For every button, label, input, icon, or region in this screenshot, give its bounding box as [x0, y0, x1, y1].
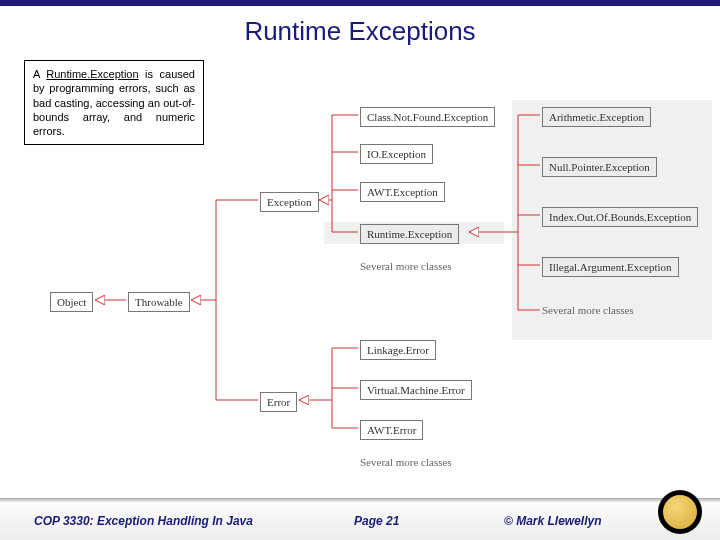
node-linkageerror: Linkage.Error: [360, 340, 436, 360]
ucf-logo: [658, 490, 702, 534]
footer-page: Page 21: [354, 514, 504, 528]
node-arithmetic: Arithmetic.Exception: [542, 107, 651, 127]
node-classnotfound: Class.Not.Found.Exception: [360, 107, 495, 127]
node-vmerror: Virtual.Machine.Error: [360, 380, 472, 400]
node-illegalarg: Illegal.Argument.Exception: [542, 257, 679, 277]
error-more: Several more classes: [360, 456, 452, 468]
top-accent-bar: [0, 0, 720, 6]
node-ioexception: IO.Exception: [360, 144, 433, 164]
node-runtimeexception: Runtime.Exception: [360, 224, 459, 244]
node-indexoob: Index.Out.Of.Bounds.Exception: [542, 207, 698, 227]
node-awterror: AWT.Error: [360, 420, 423, 440]
footer-course: COP 3330: Exception Handling In Java: [34, 514, 354, 528]
footer-copyright: © Mark Llewellyn: [504, 514, 602, 528]
node-throwable: Throwable: [128, 292, 190, 312]
node-nullpointer: Null.Pointer.Exception: [542, 157, 657, 177]
node-error: Error: [260, 392, 297, 412]
slide-title: Runtime Exceptions: [0, 16, 720, 47]
node-exception: Exception: [260, 192, 319, 212]
footer-bar: COP 3330: Exception Handling In Java Pag…: [0, 502, 720, 540]
exception-more: Several more classes: [360, 260, 452, 272]
ucf-logo-inner: [663, 495, 697, 529]
node-object: Object: [50, 292, 93, 312]
runtime-more: Several more classes: [542, 304, 634, 316]
class-hierarchy-diagram: Object Throwable Exception Error Class.N…: [0, 70, 720, 480]
node-awtexception: AWT.Exception: [360, 182, 445, 202]
